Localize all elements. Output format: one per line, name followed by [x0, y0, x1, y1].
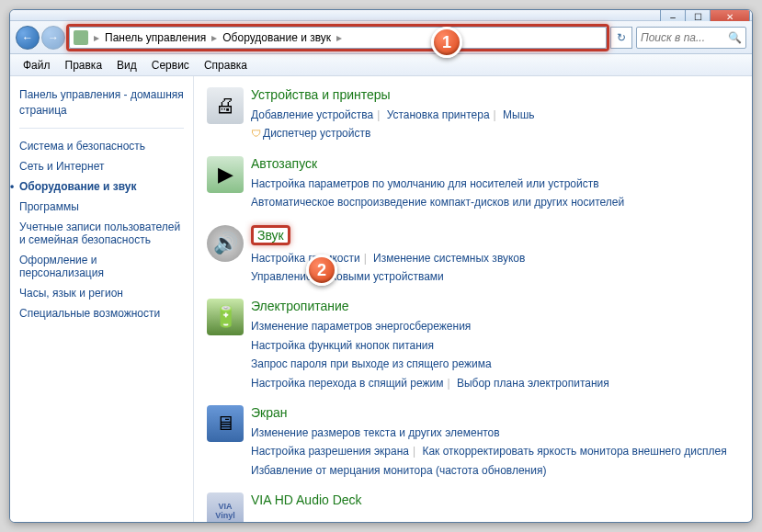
sidebar-item-clock[interactable]: Часы, язык и регион — [19, 283, 184, 303]
section-via: VIAVinyl VIA HD Audio Deck — [207, 492, 739, 522]
link-system-sounds[interactable]: Изменение системных звуков — [373, 252, 525, 265]
breadcrumb-control-panel[interactable]: Панель управления — [101, 31, 210, 44]
devices-icon: 🖨 — [207, 87, 244, 124]
link-energy[interactable]: Изменение параметров энергосбережения — [251, 320, 471, 333]
callout-1: 1 — [431, 27, 462, 58]
display-icon: 🖥 — [207, 405, 244, 442]
sidebar-item-accounts[interactable]: Учетные записи пользователей и семейная … — [19, 217, 184, 250]
link-volume[interactable]: Настройка громкости — [251, 252, 360, 265]
shield-icon: 🛡 — [251, 128, 261, 139]
link-install-printer[interactable]: Установка принтера — [387, 108, 490, 121]
sidebar-home[interactable]: Панель управления - домашняя страница — [19, 87, 184, 119]
sidebar: Панель управления - домашняя страница Си… — [10, 76, 194, 522]
main-panel: 🖨 Устройства и принтеры Добавление устро… — [194, 76, 752, 522]
breadcrumb-separator: ▸ — [335, 31, 344, 44]
link-power-plan[interactable]: Выбор плана электропитания — [457, 377, 609, 390]
divider — [19, 128, 184, 129]
content-area: Панель управления - домашняя страница Си… — [10, 76, 752, 522]
link-add-device[interactable]: Добавление устройства — [251, 108, 373, 121]
power-links: Изменение параметров энергосбережения На… — [251, 317, 739, 392]
link-flicker[interactable]: Избавление от мерцания монитора (частота… — [251, 464, 546, 477]
via-icon: VIAVinyl — [207, 492, 244, 522]
devices-links: Добавление устройства| Установка принтер… — [251, 106, 739, 143]
back-button[interactable]: ← — [16, 26, 40, 50]
power-icon: 🔋 — [207, 299, 244, 335]
link-password-wake[interactable]: Запрос пароля при выходе из спящего режи… — [251, 357, 492, 370]
control-panel-icon — [74, 30, 88, 45]
via-title[interactable]: VIA HD Audio Deck — [251, 492, 362, 507]
search-input[interactable] — [641, 31, 714, 44]
menu-edit[interactable]: Правка — [58, 57, 110, 74]
search-box[interactable]: 🔍 — [636, 27, 746, 49]
sidebar-item-access[interactable]: Специальные возможности — [19, 303, 184, 323]
control-panel-window: – ☐ ✕ ← → ▸ Панель управления ▸ Оборудов… — [9, 9, 753, 523]
breadcrumb-separator: ▸ — [92, 31, 101, 44]
link-device-manager[interactable]: Диспетчер устройств — [263, 127, 370, 140]
menu-view[interactable]: Вид — [109, 57, 144, 74]
refresh-button[interactable]: ↻ — [610, 27, 632, 49]
devices-title[interactable]: Устройства и принтеры — [251, 87, 391, 102]
sound-title[interactable]: Звук — [251, 225, 290, 245]
link-default-media[interactable]: Настройка параметров по умолчанию для но… — [251, 177, 599, 190]
section-display: 🖥 Экран Изменение размеров текста и друг… — [207, 405, 739, 480]
display-links: Изменение размеров текста и других элеме… — [251, 424, 739, 480]
breadcrumb-separator: ▸ — [210, 31, 219, 44]
autoplay-title[interactable]: Автозапуск — [251, 156, 317, 171]
sidebar-item-system[interactable]: Система и безопасность — [19, 136, 184, 156]
nav-arrows: ← → — [16, 26, 65, 50]
menu-help[interactable]: Справка — [197, 57, 255, 74]
display-title[interactable]: Экран — [251, 405, 288, 420]
sidebar-item-appearance[interactable]: Оформление и персонализация — [19, 250, 184, 283]
sidebar-item-hardware[interactable]: Оборудование и звук — [19, 176, 184, 197]
navigation-bar: ← → ▸ Панель управления ▸ Оборудование и… — [10, 21, 752, 54]
sidebar-item-programs[interactable]: Программы — [19, 197, 184, 217]
titlebar: – ☐ ✕ — [10, 10, 752, 21]
link-brightness[interactable]: Как откорректировать яркость монитора вн… — [422, 445, 726, 458]
power-title[interactable]: Электропитание — [251, 299, 349, 313]
link-resolution[interactable]: Настройка разрешения экрана — [251, 445, 409, 458]
link-sleep[interactable]: Настройка перехода в спящий режим — [251, 377, 443, 390]
address-bar[interactable]: ▸ Панель управления ▸ Оборудование и зву… — [69, 27, 607, 49]
callout-2: 2 — [306, 255, 337, 286]
menu-file[interactable]: Файл — [16, 57, 58, 74]
search-icon: 🔍 — [728, 31, 742, 44]
link-mouse[interactable]: Мышь — [503, 108, 535, 121]
autoplay-icon: ▶ — [207, 156, 244, 193]
speaker-icon: 🔊 — [207, 225, 244, 262]
link-power-buttons[interactable]: Настройка функций кнопок питания — [251, 339, 434, 352]
menu-bar: Файл Правка Вид Сервис Справка — [10, 54, 752, 76]
link-auto-cd[interactable]: Автоматическое воспроизведение компакт-д… — [251, 196, 624, 209]
link-text-size[interactable]: Изменение размеров текста и других элеме… — [251, 426, 500, 439]
section-autoplay: ▶ Автозапуск Настройка параметров по умо… — [207, 156, 739, 212]
link-sound-devices[interactable]: Управление звуковыми устройствами — [251, 270, 444, 283]
forward-button[interactable]: → — [41, 26, 65, 50]
breadcrumb-hardware-sound[interactable]: Оборудование и звук — [219, 31, 335, 44]
section-power: 🔋 Электропитание Изменение параметров эн… — [207, 299, 739, 392]
section-devices: 🖨 Устройства и принтеры Добавление устро… — [207, 87, 739, 143]
sidebar-item-network[interactable]: Сеть и Интернет — [19, 156, 184, 176]
section-sound: 🔊 Звук Настройка громкости| Изменение си… — [207, 225, 739, 287]
menu-tools[interactable]: Сервис — [144, 57, 197, 74]
autoplay-links: Настройка параметров по умолчанию для но… — [251, 175, 739, 212]
